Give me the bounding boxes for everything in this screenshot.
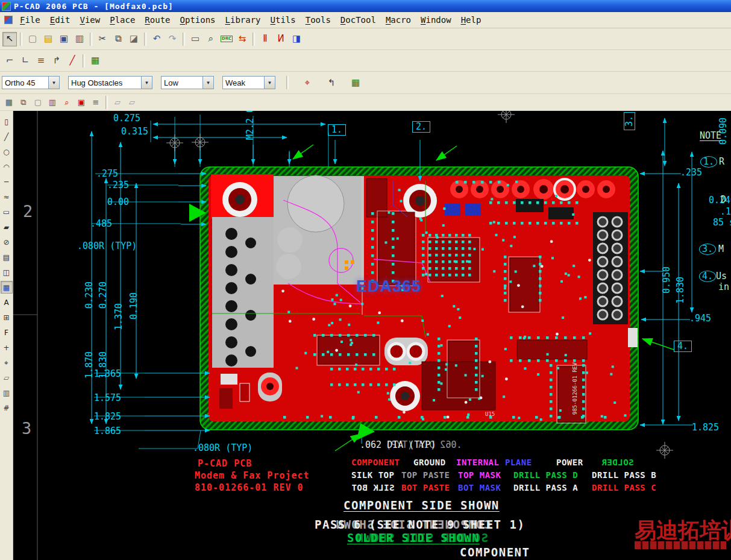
menu-edit[interactable]: Edit (45, 15, 75, 25)
drc-button[interactable]: DRC (219, 32, 234, 46)
tool-dimension[interactable]: ⌖ (1, 356, 13, 369)
route-corner-button[interactable]: ⌐ (2, 54, 17, 68)
tool-detail-b[interactable]: ▥ (1, 386, 13, 399)
redo-button[interactable]: ↷ (165, 32, 180, 46)
find-marker-button[interactable]: ⌕ (60, 96, 74, 109)
tool-plane[interactable]: ▤ (1, 251, 13, 263)
tool-detail-a[interactable]: ▱ (1, 371, 13, 384)
chevron-down-icon[interactable]: ▼ (202, 77, 213, 89)
tool-text-icon: A (4, 299, 8, 306)
menu-place[interactable]: Place (105, 15, 140, 25)
menu-route[interactable]: Route (140, 15, 175, 25)
cut-button[interactable]: ✂ (95, 32, 110, 46)
sheet-setup-button[interactable]: ▦ (2, 96, 16, 109)
route-tool-button[interactable]: ⌖ (300, 75, 315, 90)
toolbar-main: ↖▢▤▣▥✂⧉◪↶↷▭⌕DRC⇆ⅡИ◨ (0, 28, 731, 50)
tool-polyline[interactable]: ≈ (1, 190, 13, 203)
title-bar[interactable]: P-CAD 2006 PCB - [Modfax0.pcb] (0, 0, 731, 12)
sheet-frame (13, 111, 37, 560)
pattern-grid-icon: ▦ (91, 56, 99, 65)
tool-orth-line[interactable]: ─ (1, 175, 13, 188)
hug-mode-select[interactable]: Hug Obstacles▼ (68, 76, 152, 89)
menu-macro[interactable]: Macro (381, 15, 416, 25)
run-macro-button[interactable]: И (274, 32, 288, 46)
toolbar-separator (20, 33, 22, 46)
tool-part[interactable]: ▯ (1, 115, 13, 128)
zoom-window-button[interactable]: ⌕ (204, 32, 218, 46)
tool-text[interactable]: A (1, 296, 13, 309)
doc-pages-button[interactable]: ▢ (31, 96, 45, 109)
tool-line[interactable]: ╱ (1, 130, 13, 143)
tool-point[interactable]: + (1, 341, 13, 354)
tool-keepout[interactable]: ◫ (1, 266, 13, 278)
print-button[interactable]: ▥ (72, 32, 87, 46)
layers-toggle-button[interactable]: ◨ (289, 32, 304, 46)
toolbar-doctool: ▦⧉▢▥⌕▣≡▱▱ (0, 94, 731, 111)
ortho-mode-select[interactable]: Ortho 45▼ (2, 76, 60, 89)
chevron-down-icon[interactable]: ▼ (264, 77, 275, 89)
chevron-down-icon[interactable]: ▼ (141, 77, 152, 89)
strength-select-value: Weak (223, 78, 248, 87)
new-file-button[interactable]: ▢ (25, 32, 40, 46)
tool-grid-icon: ▦ (3, 284, 10, 291)
chevron-down-icon[interactable]: ▼ (48, 77, 59, 89)
grid-edit-button[interactable]: ▦ (348, 75, 363, 90)
route-mitre-button[interactable]: ∟ (18, 54, 33, 68)
menu-doctool[interactable]: DocTool (336, 15, 381, 25)
document-icon (4, 16, 13, 24)
strength-select[interactable]: Weak▼ (222, 76, 275, 89)
app-icon (2, 2, 11, 11)
paste-button[interactable]: ◪ (127, 32, 141, 46)
priority-select[interactable]: Low▼ (161, 76, 214, 89)
tool-arc[interactable]: ◠ (1, 160, 13, 173)
record-macro-button[interactable]: Ⅱ (258, 32, 272, 46)
open-file-button[interactable]: ▤ (41, 32, 55, 46)
menu-view[interactable]: View (75, 15, 105, 25)
tool-target[interactable]: # (1, 401, 13, 414)
design-canvas[interactable]: 0.2750.315.275.2350.00.485.080R (TYP)1.3… (13, 111, 731, 560)
net-compare-button[interactable]: ⇆ (235, 32, 249, 46)
menu-window[interactable]: Window (416, 15, 456, 25)
tool-polygon[interactable]: ▰ (1, 221, 13, 233)
stamp-b-icon: ▱ (129, 98, 135, 106)
copy-matrix-button[interactable]: ⧉ (17, 96, 30, 109)
stamp-b-button[interactable]: ▱ (125, 96, 139, 109)
toolbar-separator (144, 33, 146, 46)
tool-cutout[interactable]: ⊘ (1, 236, 13, 248)
menu-utils[interactable]: Utils (266, 15, 301, 25)
route-swap-button[interactable]: ↱ (49, 54, 64, 68)
tool-grid[interactable]: ▦ (1, 281, 13, 294)
tool-field[interactable]: F (1, 326, 13, 339)
delete-segment-icon: ╱ (69, 56, 75, 65)
measure-button[interactable]: ▭ (188, 32, 202, 46)
tool-circle[interactable]: ○ (1, 145, 13, 158)
menu-help[interactable]: Help (456, 15, 486, 25)
menu-tools[interactable]: Tools (301, 15, 336, 25)
tool-table[interactable]: ⊞ (1, 311, 13, 324)
save-file-button[interactable]: ▣ (57, 32, 71, 46)
tool-rectangle-icon: ▭ (3, 209, 10, 216)
menu-file[interactable]: File (15, 15, 45, 25)
copy-button[interactable]: ⧉ (111, 32, 125, 46)
menu-library[interactable]: Library (221, 15, 266, 25)
tool-rectangle[interactable]: ▭ (1, 206, 13, 218)
pcb-canvas-art (13, 111, 731, 560)
undo-button[interactable]: ↶ (149, 32, 164, 46)
cut-icon: ✂ (99, 34, 107, 43)
tool-keepout-icon: ◫ (3, 269, 10, 276)
print-icon: ▥ (75, 34, 84, 43)
doc-pages-icon: ▢ (34, 98, 42, 106)
menu-options[interactable]: Options (175, 15, 221, 25)
doc-redline-button[interactable]: ▥ (46, 96, 59, 109)
open-file-icon: ▤ (44, 34, 52, 43)
left-toolbar: ▯╱○◠─≈▭▰⊘▤◫▦A⊞F+⌖▱▥# (0, 111, 13, 560)
pattern-grid-button[interactable]: ▦ (88, 54, 102, 68)
select-tool-button[interactable]: ↖ (2, 32, 17, 46)
unwind-route-button[interactable]: ↰ (324, 75, 339, 90)
window-title: P-CAD 2006 PCB - [Modfax0.pcb] (14, 2, 174, 11)
delete-segment-button[interactable]: ╱ (65, 54, 80, 68)
stop-button[interactable]: ▣ (75, 96, 88, 109)
route-bus-button[interactable]: ≡ (34, 54, 48, 68)
list-view-button[interactable]: ≡ (89, 96, 102, 109)
stamp-a-button[interactable]: ▱ (111, 96, 124, 109)
